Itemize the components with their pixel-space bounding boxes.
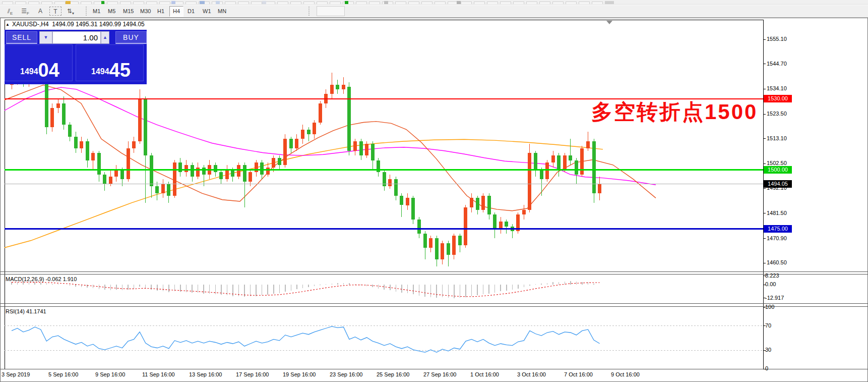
volume-input[interactable] [52,31,101,44]
timeframe-button-h4[interactable]: H4 [169,6,183,17]
time-axis-label: 5 Sep 16:00 [48,371,78,377]
macd-axis-tick: 0.00 [765,281,776,287]
time-axis-label: 9 Sep 16:00 [95,371,125,377]
timeframe-button-d1[interactable]: D1 [184,6,198,17]
clipped-icon [526,2,537,5]
time-axis-label: 3 Oct 16:00 [517,371,546,377]
clipped-icon [500,2,511,5]
time-axis-label: 3 Sep 2019 [2,371,30,377]
y-axis-tick: 1544.70 [767,61,787,67]
y-axis-tick: 1502.50 [767,160,787,166]
symbol-header[interactable]: ▲XAUUSD-,H4 1494.09 1495.31 1490.99 1494… [6,21,145,28]
volume-increase-button[interactable]: ▲ [101,31,109,44]
collapse-panel-icon[interactable]: ▲ [6,22,10,27]
sell-button[interactable]: SELL [6,31,37,44]
time-axis-label: 13 Sep 16:00 [189,371,222,377]
sell-price-tile[interactable]: 1494 04 [5,44,73,81]
rsi-axis-tick: 70 [765,322,771,329]
time-axis-label: 17 Sep 16:00 [236,371,269,377]
clipped-icon [15,2,26,5]
clipped-icon [395,2,406,5]
arrow-objects-icon[interactable]: ⇅▾ [65,6,77,16]
text-icon[interactable]: A [34,6,46,16]
macd-axis-tick: -12.917 [765,295,784,301]
clipped-icon [513,2,524,5]
text-label-icon[interactable]: T [49,7,61,16]
clipped-icon [41,2,52,5]
clipped-icon [421,2,432,5]
clipped-icon-fragment [384,1,388,4]
clipped-icon [369,2,380,5]
clipped-icon [81,2,92,5]
timeframe-button-m15[interactable]: M15 [120,6,137,17]
time-axis-label: 11 Sep 16:00 [142,371,175,377]
sell-price-small: 1494 [20,64,38,79]
rsi-label: RSI(14) 41.1741 [6,308,46,314]
clipped-icon [146,2,157,5]
toolbar: ⫽E☰FAT⇅▾ M1M5M15M30H1H4D1W1MN [0,5,868,18]
timeframe-button-w1[interactable]: W1 [200,6,214,17]
clipped-icon [356,2,367,5]
y-axis-tick: 1513.10 [767,135,787,141]
volume-decrease-button[interactable]: ▼ [39,31,52,44]
clipped-icon [461,2,472,5]
clipped-icon [28,2,39,5]
clipped-icon-fragment [605,1,614,4]
time-axis-label: 9 Oct 16:00 [611,371,640,377]
clipped-icon [238,2,249,5]
buy-price-tile[interactable]: 1494 45 [76,44,144,81]
empty-toolbar-button [317,6,345,16]
fibo-expansion-icon[interactable]: ⫽E [4,6,16,16]
clipped-icon [539,2,550,5]
current-price-badge: 1494.05 [764,180,792,188]
timeframe-button-h1[interactable]: H1 [154,6,167,17]
clipped-icon [107,2,118,5]
clipped-icon-fragment [345,1,348,4]
rsi-axis-tick: 0 [765,365,768,371]
rsi-axis-tick: 30 [765,347,771,353]
clipped-icon [592,2,603,5]
clipped-icon [487,2,498,5]
clipped-icon [133,2,144,5]
time-axis-label: 25 Sep 16:00 [377,371,409,377]
buy-price-small: 1494 [91,64,109,79]
clipped-icon [552,2,564,5]
timeframe-button-m30[interactable]: M30 [137,6,154,17]
y-axis-tick: 1481.50 [767,210,787,216]
timeframe-button-m5[interactable]: M5 [105,6,118,17]
y-axis-tick: 1534.10 [767,85,787,91]
clipped-icon-fragment [200,1,205,4]
clipped-icon [474,2,485,5]
clipped-icon-fragment [262,1,266,4]
time-axis-label: 19 Sep 16:00 [283,371,316,377]
clipped-icon [303,2,315,5]
one-click-trading-panel: SELL ▼ ▲ BUY 1494 04 1494 45 [5,30,147,84]
clipped-icon [408,2,419,5]
clipped-icon [330,2,341,5]
fibo-retracement-icon[interactable]: ☰F [19,6,31,16]
time-axis-label: 7 Oct 16:00 [564,371,593,377]
buy-price-big: 45 [109,61,131,79]
clipped-icon [290,2,301,5]
clipped-icon [566,2,577,5]
clipped-icon [54,2,66,5]
y-axis-tick: 1523.50 [767,111,787,117]
ohlc-readout: 1494.09 1495.31 1490.99 1494.05 [52,21,145,28]
macd-label: MACD(12,26,9) -0.062 1.910 [6,276,77,282]
timeframe-button-mn[interactable]: MN [215,6,229,17]
clipped-icon [159,2,170,5]
chart-shift-marker-icon[interactable] [606,21,612,24]
clipped-icon [435,2,446,5]
y-axis-tick: 1460.50 [767,259,787,265]
symbol-name: XAUUSD-,H4 [12,21,49,28]
timeframe-button-m1[interactable]: M1 [90,6,103,17]
toolbar-separator [308,7,310,16]
clipped-icon [225,2,236,5]
clipped-icon [185,2,197,5]
y-axis-tick: 1555.10 [767,36,787,42]
clipped-icon-fragment [66,1,71,4]
hline-price-badge: 1530.00 [764,95,792,102]
buy-button[interactable]: BUY [115,31,147,44]
clipped-icon [2,2,13,5]
macd-axis-tick: 8.223 [765,272,779,279]
